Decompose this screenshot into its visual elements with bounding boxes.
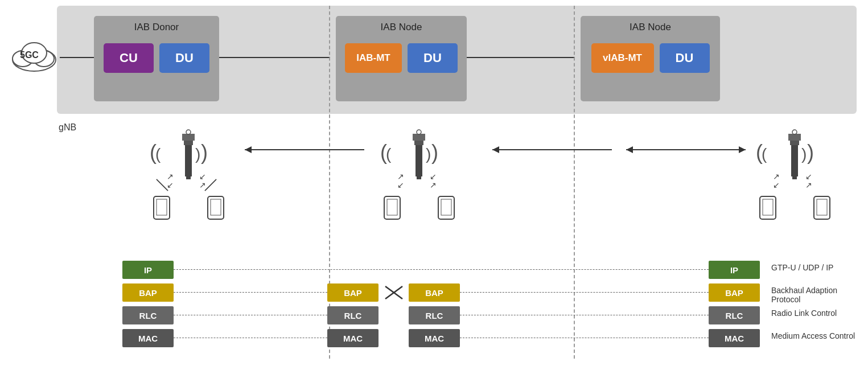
svg-text:): ) (807, 141, 814, 164)
svg-text:(: ( (380, 141, 387, 164)
svg-text:(: ( (756, 141, 763, 164)
svg-rect-40 (384, 196, 400, 219)
svg-rect-30 (413, 134, 425, 141)
svg-text:↙: ↙ (805, 172, 812, 181)
svg-text:↗: ↗ (773, 172, 780, 181)
svg-marker-26 (245, 146, 252, 153)
svg-marker-45 (492, 146, 499, 153)
rlc-gap (382, 306, 405, 324)
svg-text:): ) (801, 145, 807, 163)
svg-text:↗: ↗ (805, 180, 812, 190)
svg-rect-43 (441, 199, 451, 215)
cloud-label: 5GC (20, 50, 39, 60)
svg-marker-47 (626, 146, 633, 153)
svg-text:↗: ↗ (430, 180, 437, 190)
svg-rect-31 (414, 141, 423, 145)
bap-x-mark (382, 283, 405, 302)
svg-rect-62 (760, 196, 776, 219)
svg-text:): ) (431, 141, 438, 164)
svg-point-12 (186, 130, 191, 134)
svg-text:): ) (201, 141, 208, 164)
ip-box-node2: IP (709, 261, 760, 279)
gnb-label: gNB (59, 122, 76, 133)
ip-box-donor: IP (122, 261, 174, 279)
svg-point-35 (417, 130, 421, 134)
mac-box-node1a: MAC (327, 329, 379, 347)
svg-text:↙: ↙ (397, 180, 404, 190)
viab-mt-box: vIAB-MT (591, 43, 654, 73)
svg-rect-41 (387, 199, 397, 215)
bap-box-node1b: BAP (409, 283, 460, 302)
rlc-box-node2: RLC (709, 306, 760, 324)
rlc-box-node1b: RLC (409, 306, 460, 324)
svg-rect-65 (817, 199, 827, 215)
ip-label: GTP-U / UDP / IP (771, 263, 833, 272)
svg-text:↙: ↙ (167, 180, 174, 190)
svg-text:): ) (195, 145, 200, 163)
rlc-box-donor: RLC (122, 306, 174, 324)
bap-line-2 (460, 292, 709, 293)
svg-marker-48 (739, 146, 746, 153)
divider-2 (574, 6, 575, 359)
svg-rect-63 (763, 199, 773, 215)
arrow-double-node2 (620, 141, 751, 158)
svg-text:): ) (426, 145, 431, 163)
bap-box-node1a: BAP (327, 283, 379, 302)
mac-line-2 (460, 338, 709, 338)
du-box-node1: DU (408, 43, 458, 73)
svg-rect-53 (790, 141, 799, 145)
du-box-node2: DU (660, 43, 710, 73)
cu-box: CU (104, 43, 154, 73)
iab-donor-label: IAB Donor (94, 16, 219, 33)
iab-node2-box: IAB Node vIAB-MT DU (581, 16, 720, 101)
iab-mt-box: IAB-MT (345, 43, 402, 73)
svg-rect-15 (154, 196, 170, 219)
svg-rect-54 (791, 145, 798, 176)
mac-box-node2: MAC (709, 329, 760, 347)
bap-line-1 (174, 292, 327, 293)
svg-rect-64 (814, 196, 830, 219)
rlc-box-node1a: RLC (327, 306, 379, 324)
mac-gap (382, 329, 405, 347)
svg-rect-42 (438, 196, 454, 219)
svg-text:↙: ↙ (773, 180, 780, 190)
arrow-node1-to-donor (239, 141, 370, 158)
iab-node1-box: IAB Node IAB-MT DU (336, 16, 467, 101)
arrow-node2-to-node1 (487, 141, 618, 158)
svg-rect-16 (157, 199, 167, 215)
bap-box-donor: BAP (122, 283, 174, 302)
svg-point-57 (792, 130, 797, 134)
svg-rect-20 (211, 199, 221, 215)
iab-donor-box: IAB Donor CU DU (94, 16, 219, 101)
iab-node1-label: IAB Node (336, 16, 467, 33)
svg-text:↙: ↙ (430, 172, 437, 181)
svg-text:↗: ↗ (397, 172, 404, 181)
line-donor-to-div1 (219, 57, 330, 58)
svg-rect-7 (182, 134, 195, 141)
svg-rect-9 (185, 145, 192, 176)
mac-box-donor: MAC (122, 329, 174, 347)
svg-rect-8 (184, 141, 193, 145)
bap-label: Backhaul Adaption Protocol (771, 286, 868, 304)
bap-box-node2: BAP (709, 283, 760, 302)
svg-rect-52 (788, 134, 801, 141)
svg-text:(: ( (150, 141, 157, 164)
divider-1 (329, 6, 330, 359)
rlc-line-2 (460, 315, 709, 315)
antenna-group-1: ( ( ) ) ↙ ↗ ↗ ↙ (145, 122, 236, 236)
iab-node2-label: IAB Node (581, 16, 720, 33)
mac-line-1 (174, 338, 327, 338)
svg-text:↙: ↙ (199, 172, 206, 181)
rlc-line-1 (174, 315, 327, 315)
svg-rect-32 (416, 145, 422, 176)
svg-line-14 (157, 179, 168, 191)
mac-box-node1b: MAC (409, 329, 460, 347)
antenna-group-3: ( ( ) ) ↙ ↗ ↗ ↙ (751, 122, 842, 236)
svg-text:↗: ↗ (167, 172, 174, 181)
du-box-donor: DU (159, 43, 209, 73)
svg-text:↗: ↗ (199, 180, 206, 190)
rlc-label: Radio Link Control (771, 309, 837, 318)
ip-line (174, 269, 709, 270)
line-node1-to-div2 (467, 57, 575, 58)
mac-label: Medium Access Control (771, 331, 855, 340)
